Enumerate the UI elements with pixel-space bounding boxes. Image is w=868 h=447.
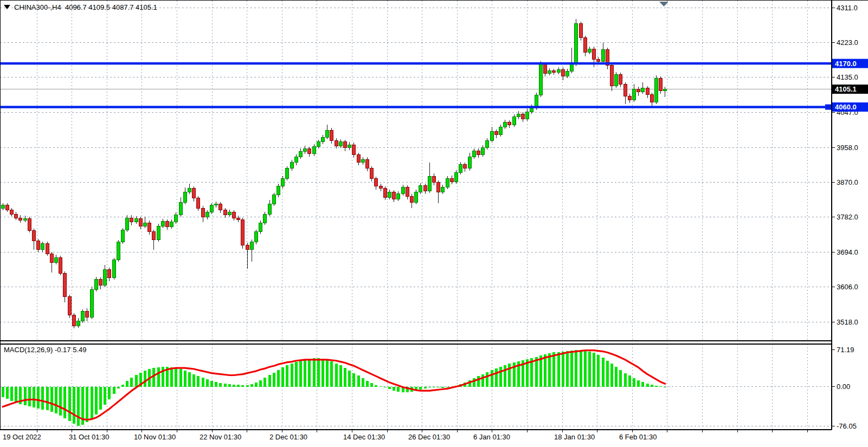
- candle-bull: [290, 163, 293, 169]
- macd-histogram-bar: [188, 372, 191, 387]
- macd-histogram-bar: [237, 385, 240, 387]
- macd-histogram-bar: [588, 352, 591, 387]
- macd-histogram-bar: [273, 373, 275, 387]
- candle-bull: [157, 226, 160, 240]
- time-axis-label: 2 Dec 01:30: [269, 433, 307, 441]
- level-price-tag: 4060.0: [835, 103, 857, 111]
- candle-bull: [504, 122, 507, 127]
- candle-bear: [406, 187, 409, 196]
- candle-bull: [250, 242, 253, 250]
- price-chart-canvas[interactable]: 4311.04223.04135.04047.03958.03870.03782…: [0, 0, 868, 447]
- macd-histogram-bar: [380, 386, 382, 387]
- price-axis[interactable]: 4311.04223.04135.04047.03958.03870.03782…: [832, 4, 868, 326]
- candle-bear: [10, 210, 13, 214]
- macd-histogram-bar: [486, 372, 488, 387]
- candle-bull: [143, 223, 146, 226]
- candle-bull: [565, 72, 569, 76]
- candle-bear: [68, 296, 71, 315]
- candle-bull: [530, 108, 533, 112]
- macd-histogram-bar: [210, 381, 213, 387]
- candle-bull: [317, 142, 320, 147]
- macd-histogram-bar: [317, 358, 320, 387]
- macd-histogram-bar: [144, 371, 146, 387]
- macd-histogram-bar: [646, 384, 649, 387]
- macd-histogram-bar: [628, 375, 631, 386]
- candle-bear: [352, 145, 356, 154]
- macd-histogram-bar: [584, 351, 587, 387]
- candle-bear: [623, 84, 627, 96]
- macd-histogram-bar: [504, 365, 506, 386]
- candle-bull: [348, 145, 351, 147]
- macd-histogram-bar: [446, 387, 449, 388]
- candle-bear: [450, 178, 453, 182]
- indicator-axis[interactable]: 71.190.00-76.05: [832, 346, 857, 430]
- macd-histogram-bar: [548, 353, 551, 386]
- candle-bear: [628, 96, 631, 100]
- candle-bull: [299, 151, 302, 157]
- macd-histogram-bar: [233, 385, 235, 387]
- candle-bull: [339, 142, 342, 146]
- macd-axis-label: 71.19: [837, 346, 854, 354]
- candle-bull: [601, 50, 605, 62]
- candle-bull: [468, 157, 471, 169]
- macd-axis-label: 0.00: [837, 383, 850, 391]
- candle-bear: [543, 64, 546, 74]
- level-lines[interactable]: [0, 62, 832, 110]
- macd-histogram-bar: [610, 364, 613, 386]
- time-axis[interactable]: 19 Oct 202231 Oct 01:3010 Nov 01:3022 No…: [3, 430, 807, 441]
- macd-histogram-bar: [259, 380, 262, 386]
- macd-histogram-bar: [437, 387, 440, 388]
- macd-histogram-bar: [388, 387, 391, 390]
- macd-histogram-bar: [384, 387, 387, 388]
- price-axis-label: 3870.0: [837, 178, 858, 186]
- time-axis-label: 6 Feb 01:30: [619, 433, 657, 441]
- macd-histogram-bar: [2, 387, 4, 397]
- candle-bull: [654, 79, 658, 102]
- macd-histogram-bar: [157, 367, 160, 386]
- macd-histogram-bar: [291, 364, 293, 387]
- candle-bear: [50, 254, 53, 262]
- macd-histogram-bar: [95, 387, 98, 415]
- macd-histogram-bar: [299, 360, 302, 387]
- candle-bear: [365, 159, 369, 169]
- symbol-title: CHINA300-,H4 4096.7 4109.5 4087.7 4105.1: [4, 3, 157, 11]
- candle-bull: [179, 202, 182, 215]
- level-line-anchor[interactable]: [825, 105, 831, 110]
- time-axis-label: 26 Dec 01:30: [408, 433, 450, 441]
- candle-bull: [205, 212, 209, 217]
- candle-bull: [615, 75, 618, 86]
- macd-histogram-bar: [68, 387, 71, 422]
- macd-histogram-bar: [570, 351, 573, 387]
- horizontal-level-line[interactable]: [0, 106, 832, 108]
- candle-bull: [210, 205, 213, 212]
- macd-histogram-bar: [202, 378, 204, 386]
- candle-bear: [165, 221, 169, 226]
- macd-histogram-bar: [424, 387, 427, 389]
- time-axis-label: 19 Oct 2022: [3, 433, 41, 441]
- macd-indicator[interactable]: [2, 350, 667, 426]
- candle-bull: [401, 187, 404, 193]
- candle-bull: [526, 112, 529, 119]
- candle-bear: [152, 232, 156, 240]
- candle-bear: [219, 204, 222, 210]
- candle-bear: [19, 218, 22, 220]
- current-price-tag: 4105.1: [835, 85, 857, 93]
- candle-bull: [286, 169, 289, 178]
- candle-bull: [490, 132, 493, 141]
- macd-histogram-bar: [593, 353, 595, 386]
- candle-bear: [32, 231, 35, 241]
- candle-bull: [304, 148, 307, 151]
- macd-histogram-bar: [41, 387, 44, 410]
- horizontal-level-line[interactable]: [0, 62, 832, 64]
- candle-bear: [28, 219, 31, 231]
- candle-bull: [126, 218, 129, 230]
- candle-bull: [321, 137, 324, 142]
- macd-histogram-bar: [228, 384, 231, 387]
- macd-histogram-bar: [575, 350, 577, 387]
- macd-histogram-bar: [580, 350, 582, 387]
- macd-histogram-bar: [91, 387, 93, 419]
- candle-bear: [610, 66, 613, 86]
- time-axis-label: 22 Nov 01:30: [200, 433, 241, 441]
- candles: [1, 19, 667, 328]
- price-axis-label: 4223.0: [837, 38, 858, 47]
